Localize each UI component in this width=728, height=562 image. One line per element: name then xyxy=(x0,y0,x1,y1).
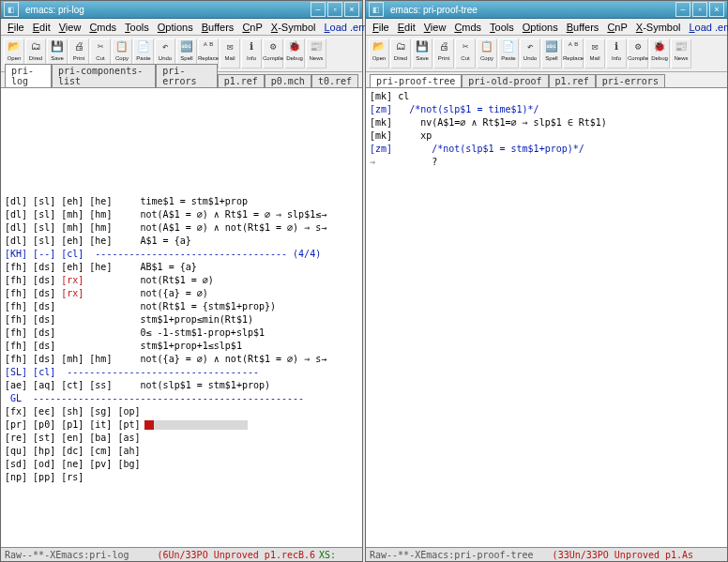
tabrow-left[interactable]: pri-logpri-components-listpri-errorsp1.r… xyxy=(1,72,362,88)
mail-icon: ✉ xyxy=(592,39,599,54)
tab-p1-ref[interactable]: p1.ref xyxy=(549,74,596,87)
footer-row: [qu] [hp] [dc] [cm] [ah] xyxy=(5,445,358,458)
compile-icon: ⚙ xyxy=(635,39,642,54)
tool-debug[interactable]: 🐞Debug xyxy=(284,38,305,68)
tool-replace[interactable]: ᴬᴮReplace xyxy=(563,38,584,68)
proof-node: ⇒ ? xyxy=(370,156,723,169)
toolbar-right[interactable]: 📂Open🗂Dired💾Save🖨Print✂Cut📋Copy📄Paste↶Un… xyxy=(366,36,727,72)
tabrow-right[interactable]: pri-proof-treepri-old-proofp1.refpri-err… xyxy=(366,72,727,88)
menu-buffers[interactable]: Buffers xyxy=(199,21,237,34)
close-button[interactable]: × xyxy=(344,2,359,17)
log-line: [fh] [ds] [rx] not({a} = ∅) xyxy=(5,287,358,300)
tool-info[interactable]: ℹInfo xyxy=(606,38,627,68)
menu-options[interactable]: Options xyxy=(155,21,196,34)
dired-icon: 🗂 xyxy=(396,39,406,54)
news-icon: 📰 xyxy=(310,39,323,54)
log-line: [fh] [ds] not(Rt$1 = {stm$1+prop}) xyxy=(5,300,358,313)
tool-news[interactable]: 📰News xyxy=(671,38,691,68)
menu-view[interactable]: View xyxy=(421,21,449,34)
tool-copy[interactable]: 📋Copy xyxy=(477,38,497,68)
tab-pri-proof-tree[interactable]: pri-proof-tree xyxy=(370,74,462,87)
progress-bar xyxy=(144,420,248,430)
tab-pri-log[interactable]: pri-log xyxy=(5,64,52,87)
system-menu-icon[interactable]: ◧ xyxy=(4,2,19,17)
replace-icon: ᴬᴮ xyxy=(567,39,579,54)
buffer-pri-proof-tree[interactable]: [mk] cl[zm] /*not(slp$1 = time$1)*/[mk] … xyxy=(366,88,727,547)
log-line: [SL] [cl] ------------------------------… xyxy=(5,366,358,379)
tool-info[interactable]: ℹInfo xyxy=(241,38,262,68)
paste-icon: 📄 xyxy=(502,39,515,54)
tool-cut[interactable]: ✂Cut xyxy=(455,38,476,68)
log-line: [fh] [ds] [mh] [hm] not({a} = ∅) ∧ not(R… xyxy=(5,353,358,366)
footer-row: [re] [st] [en] [ba] [as] xyxy=(5,432,358,445)
tool-paste[interactable]: 📄Paste xyxy=(498,38,519,68)
menu-edit[interactable]: Edit xyxy=(30,21,53,34)
info-icon: ℹ xyxy=(250,39,253,54)
menu-x-symbol[interactable]: X-Symbol xyxy=(268,21,319,34)
menubar-right[interactable]: FileEditViewCmdsToolsOptionsBuffersCnPX-… xyxy=(366,19,727,36)
menu-buffers[interactable]: Buffers xyxy=(564,21,602,34)
log-line: [fh] [ds] [eh] [he] AB$1 = {a} xyxy=(5,261,358,274)
statusline-left: Raw--**-XEmacs: pri-log (6Un/33PO Unprov… xyxy=(1,547,362,561)
tool-compile[interactable]: ⚙Compile xyxy=(263,38,283,68)
menu-cmds[interactable]: Cmds xyxy=(451,21,484,34)
info-icon: ℹ xyxy=(614,39,618,54)
tab-pri-errors[interactable]: pri-errors xyxy=(156,64,217,87)
titlebar-left[interactable]: ◧ emacs: pri-log – ▫ × xyxy=(1,1,362,19)
menu-cnp[interactable]: CnP xyxy=(239,21,265,34)
log-line: [dl] [sl] [mh] [hm] not(A$1 = ∅) ∧ not(R… xyxy=(5,221,358,235)
tool-save[interactable]: 💾Save xyxy=(412,38,432,68)
news-icon: 📰 xyxy=(675,39,688,54)
maximize-button[interactable]: ▫ xyxy=(327,2,342,17)
system-menu-icon[interactable]: ◧ xyxy=(369,2,384,17)
footer-row: [fx] [eє] [sh] [sg] [op] xyxy=(5,405,358,418)
log-line: [fh] [ds] 0≤ -1-stm$1-prop+slp$1 xyxy=(5,327,358,340)
tool-mail[interactable]: ✉Mail xyxy=(220,38,240,68)
buffer-pri-log[interactable]: [dl] [sl] [eh] [he] time$1 = stm$1+prop[… xyxy=(1,88,362,547)
save-icon: 💾 xyxy=(416,39,429,54)
tool-mail[interactable]: ✉Mail xyxy=(584,38,605,68)
tool-dired[interactable]: 🗂Dired xyxy=(390,38,411,68)
menu-load-emacs[interactable]: Load .emacs xyxy=(686,21,728,34)
minimize-button[interactable]: – xyxy=(311,2,326,17)
menu-tools[interactable]: Tools xyxy=(487,21,517,34)
spell-icon: 🔤 xyxy=(545,39,558,54)
log-line: GL -------------------------------------… xyxy=(5,392,358,405)
tool-undo[interactable]: ↶Undo xyxy=(520,38,540,68)
tool-news[interactable]: 📰News xyxy=(306,38,326,68)
tab-p1-ref[interactable]: p1.ref xyxy=(218,74,265,87)
open-icon: 📂 xyxy=(8,39,21,54)
tab-p0-mch[interactable]: p0.mch xyxy=(265,74,311,87)
tab-pri-errors[interactable]: pri-errors xyxy=(596,74,665,87)
menu-view[interactable]: View xyxy=(56,21,84,34)
menu-edit[interactable]: Edit xyxy=(395,21,418,34)
menubar-left[interactable]: FileEditViewCmdsToolsOptionsBuffersCnPX-… xyxy=(1,19,362,36)
menu-file[interactable]: File xyxy=(5,21,27,34)
menu-options[interactable]: Options xyxy=(520,21,561,34)
menu-tools[interactable]: Tools xyxy=(122,21,152,34)
replace-icon: ᴬᴮ xyxy=(202,39,214,54)
menu-x-symbol[interactable]: X-Symbol xyxy=(633,21,684,34)
close-button[interactable]: × xyxy=(709,2,724,17)
menu-cmds[interactable]: Cmds xyxy=(86,21,119,34)
tool-spell[interactable]: 🔤Spell xyxy=(541,38,562,68)
tab-pri-old-proof[interactable]: pri-old-proof xyxy=(462,74,548,87)
proof-node: [mk] nv(A$1=∅ ∧ Rt$1=∅ ⇒ slp$1 ∈ Rt$1) xyxy=(370,116,723,129)
tool-compile[interactable]: ⚙Compile xyxy=(628,38,648,68)
menu-cnp[interactable]: CnP xyxy=(604,21,629,34)
menu-file[interactable]: File xyxy=(370,21,392,34)
log-line: [KH] [--] [cl] -------------------------… xyxy=(5,248,358,261)
log-line: [fh] [ds] [rx] not(Rt$1 = ∅) xyxy=(5,274,358,287)
tool-print[interactable]: 🖨Print xyxy=(433,38,454,68)
minimize-button[interactable]: – xyxy=(675,2,690,17)
titlebar-right[interactable]: ◧ emacs: pri-proof-tree – ▫ × xyxy=(366,1,727,19)
tool-debug[interactable]: 🐞Debug xyxy=(649,38,670,68)
print-icon: 🖨 xyxy=(74,39,84,54)
window-pri-proof-tree: ◧ emacs: pri-proof-tree – ▫ × FileEditVi… xyxy=(365,0,728,562)
tab-pri-components-list[interactable]: pri-components-list xyxy=(52,64,156,87)
footer-row: [sd] [od] [ne] [pv] [bg] xyxy=(5,458,358,471)
tab-t0-ref[interactable]: t0.ref xyxy=(311,74,358,87)
maximize-button[interactable]: ▫ xyxy=(692,2,707,17)
tool-open[interactable]: 📂Open xyxy=(369,38,389,68)
cut-icon: ✂ xyxy=(463,39,469,54)
